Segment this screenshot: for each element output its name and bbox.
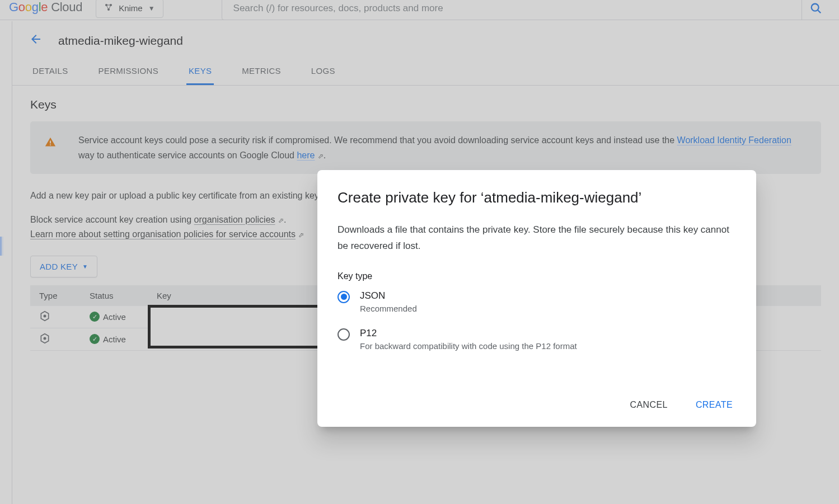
dialog-description: Downloads a file that contains the priva…	[338, 222, 736, 255]
radio-button[interactable]	[338, 328, 350, 341]
dialog-actions: CANCEL CREATE	[338, 395, 736, 414]
radio-sublabel: Recommended	[360, 304, 417, 313]
key-type-label: Key type	[338, 271, 736, 281]
create-button[interactable]: CREATE	[692, 395, 736, 414]
radio-button[interactable]	[338, 291, 350, 303]
cancel-button[interactable]: CANCEL	[627, 395, 671, 414]
radio-option-json[interactable]: JSON Recommended	[338, 290, 736, 313]
radio-label: P12	[360, 328, 577, 339]
radio-sublabel: For backward compatibility with code usi…	[360, 341, 577, 351]
dialog-title: Create private key for ‘atmedia-mikeg-wi…	[338, 189, 736, 206]
radio-label: JSON	[360, 290, 417, 302]
radio-option-p12[interactable]: P12 For backward compatibility with code…	[338, 328, 736, 351]
create-key-dialog: Create private key for ‘atmedia-mikeg-wi…	[317, 170, 756, 427]
radio-selected-dot	[341, 294, 347, 300]
